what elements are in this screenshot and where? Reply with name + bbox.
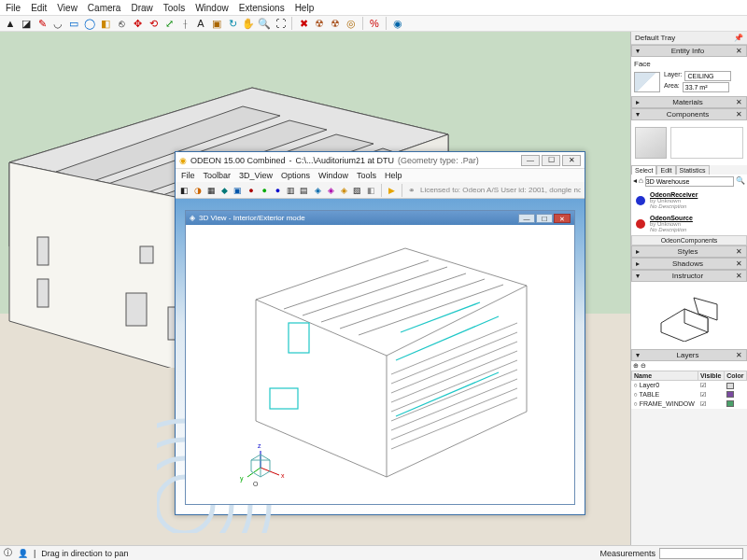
materials-panel-header[interactable]: ▸Materials✕ [631, 96, 747, 108]
view3d-titlebar[interactable]: ◈ 3D View - Interior/Exterior mode — ☐ ✕ [186, 211, 574, 225]
tray-pin-icon[interactable]: 📌 [734, 34, 743, 42]
view3d-minimize-button[interactable]: — [518, 214, 535, 223]
orbit-icon[interactable]: ↻ [226, 17, 239, 30]
view3d-close-button[interactable]: ✕ [554, 214, 571, 223]
odeon-menu-tools[interactable]: Tools [357, 171, 376, 180]
odeon-tb-icon[interactable]: ▧ [352, 184, 362, 196]
circle-icon[interactable]: ◯ [83, 17, 96, 30]
odeon-maximize-button[interactable]: ☐ [542, 155, 560, 166]
menu-file[interactable]: File [6, 3, 21, 13]
entity-info-panel-header[interactable]: ▾Entity Info✕ [631, 45, 747, 57]
measurements-input[interactable] [659, 548, 743, 559]
menu-help[interactable]: Help [295, 3, 315, 13]
view3d-window[interactable]: ◈ 3D View - Interior/Exterior mode — ☐ ✕ [185, 210, 575, 505]
table-row[interactable]: ○ TABLE☑ [632, 390, 747, 399]
line-icon[interactable]: ✎ [35, 17, 49, 30]
scale-icon[interactable]: ⤢ [162, 17, 176, 30]
remove-layer-icon[interactable]: ⊖ [641, 362, 646, 369]
odeon-tb-icon[interactable]: ● [260, 184, 270, 196]
menu-view[interactable]: View [57, 3, 78, 13]
tab-select[interactable]: Select [631, 165, 656, 175]
layer-input[interactable] [684, 71, 731, 81]
odeon-icon[interactable]: ◉ [391, 17, 404, 30]
select-icon[interactable]: ▲ [4, 17, 17, 30]
tape-icon[interactable]: ⟊ [178, 17, 191, 30]
menu-edit[interactable]: Edit [31, 3, 47, 13]
odeon-tb-icon[interactable]: ◑ [192, 184, 203, 196]
instructor-panel-header[interactable]: ▾Instructor✕ [631, 270, 747, 282]
arc-icon[interactable]: ◡ [51, 17, 64, 30]
plugin-icon-4[interactable]: ◎ [345, 17, 358, 30]
tab-statistics[interactable]: Statistics [676, 165, 710, 175]
odeon-tb-icon[interactable]: ▣ [233, 184, 243, 196]
rect-icon[interactable]: ▭ [67, 17, 80, 30]
odeon-tb-icon[interactable]: ◧ [366, 184, 376, 196]
odeon-minimize-button[interactable]: — [521, 155, 540, 166]
component-item[interactable]: OdeonSource by Unknown No Description [631, 212, 747, 235]
component-group-label[interactable]: OdeonComponents [631, 235, 747, 245]
menu-camera[interactable]: Camera [88, 3, 121, 13]
add-layer-icon[interactable]: ⊕ [633, 362, 639, 369]
odeon-window[interactable]: ◉ ODEON 15.00 Combined - C:\...\Auditori… [175, 151, 585, 515]
odeon-tb-arrow-icon[interactable]: ▶ [387, 184, 397, 196]
plugin-icon-5[interactable]: % [368, 17, 381, 30]
menu-draw[interactable]: Draw [131, 3, 152, 13]
face-thumbnail[interactable] [634, 72, 660, 92]
view3d-maximize-button[interactable]: ☐ [536, 214, 553, 223]
odeon-tb-icon[interactable]: ● [273, 184, 283, 196]
odeon-tb-icon[interactable]: ◈ [326, 184, 336, 196]
status-user-icon[interactable]: 👤 [18, 549, 28, 558]
home-icon[interactable]: ⌂ [639, 176, 643, 187]
odeon-menu-toolbar[interactable]: Toolbar [204, 171, 232, 180]
zoom-icon[interactable]: 🔍 [258, 17, 271, 30]
plugin-icon-1[interactable]: ✖ [297, 17, 310, 30]
odeon-menu-3dview[interactable]: 3D_View [239, 171, 273, 180]
odeon-tb-icon[interactable]: ◧ [179, 184, 190, 196]
menu-tools[interactable]: Tools [163, 3, 185, 13]
pan-icon[interactable]: ✋ [242, 17, 255, 30]
search-icon[interactable]: 🔍 [736, 176, 745, 187]
odeon-tb-icon[interactable]: ▥ [286, 184, 296, 196]
push-icon[interactable]: ◧ [99, 17, 112, 30]
view3d-canvas[interactable]: x y z O [186, 225, 574, 504]
plugin-icon-3[interactable]: ☢ [329, 17, 342, 30]
table-row[interactable]: ○ Layer0☑ [632, 381, 747, 390]
main-viewport[interactable]: ◉ ODEON 15.00 Combined - C:\...\Auditori… [0, 32, 630, 545]
layers-panel-header[interactable]: ▾Layers✕ [631, 349, 747, 361]
odeon-tb-icon[interactable]: ◆ [219, 184, 230, 196]
table-row[interactable]: ○ FRAME_WINDOW☑ [632, 399, 747, 409]
odeon-menu-help[interactable]: Help [385, 171, 402, 180]
odeon-menu-file[interactable]: File [181, 171, 195, 180]
odeon-tb-icon[interactable]: ◈ [313, 184, 323, 196]
component-item[interactable]: OdeonReceiver by Unknown No Description [631, 189, 747, 212]
components-panel-header[interactable]: ▾Components✕ [631, 108, 747, 120]
offset-icon[interactable]: ⎋ [115, 17, 128, 30]
area-input[interactable] [683, 82, 729, 92]
nav-back-icon[interactable]: ◂ [633, 176, 637, 187]
odeon-tb-link-icon[interactable]: ⚭ [407, 184, 417, 196]
plugin-icon-2[interactable]: ☢ [313, 17, 326, 30]
status-info-icon[interactable]: ⓘ [4, 547, 12, 559]
tab-edit[interactable]: Edit [656, 165, 675, 175]
text-icon[interactable]: A [194, 17, 207, 30]
odeon-tb-icon[interactable]: ◈ [339, 184, 349, 196]
rotate-icon[interactable]: ⟲ [147, 17, 160, 30]
odeon-menu-options[interactable]: Options [281, 171, 310, 180]
menu-extensions[interactable]: Extensions [239, 3, 285, 13]
menu-window[interactable]: Window [195, 3, 229, 13]
tray-header[interactable]: Default Tray 📌 [631, 32, 747, 45]
receiver-dot-icon [636, 196, 645, 205]
move-icon[interactable]: ✥ [131, 17, 144, 30]
shadows-panel-header[interactable]: ▸Shadows✕ [631, 258, 747, 270]
paint-icon[interactable]: ▣ [210, 17, 223, 30]
odeon-titlebar[interactable]: ◉ ODEON 15.00 Combined - C:\...\Auditori… [176, 152, 585, 169]
odeon-menu-window[interactable]: Window [318, 171, 348, 180]
odeon-tb-icon[interactable]: ● [246, 184, 256, 196]
eraser-icon[interactable]: ◪ [20, 17, 33, 30]
warehouse-search-input[interactable] [645, 176, 734, 187]
odeon-tb-icon[interactable]: ▤ [299, 184, 309, 196]
odeon-close-button[interactable]: ✕ [562, 155, 581, 166]
styles-panel-header[interactable]: ▸Styles✕ [631, 245, 747, 258]
odeon-tb-icon[interactable]: ▦ [206, 184, 217, 196]
zoom-extents-icon[interactable]: ⛶ [274, 17, 287, 30]
